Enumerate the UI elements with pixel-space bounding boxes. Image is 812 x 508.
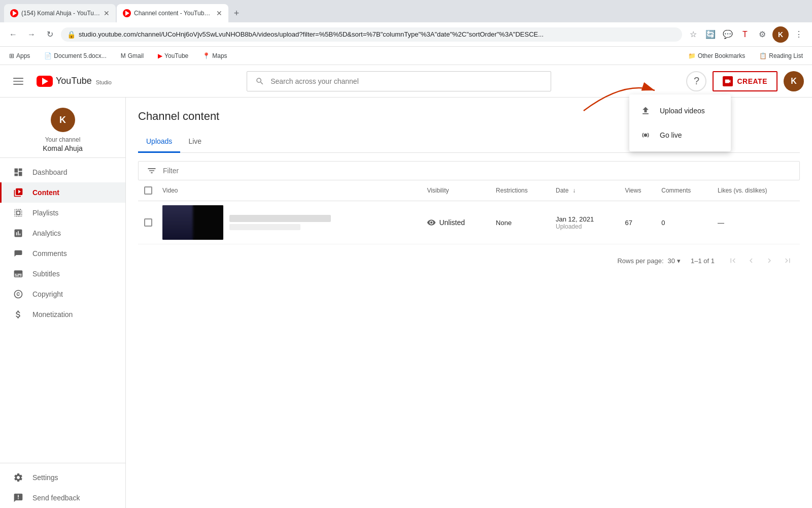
likes-text: —: [718, 219, 724, 227]
extensions-button[interactable]: ⚙: [755, 27, 769, 42]
bookmarks-bar: ⊞ Apps 📄 Document 5.docx... M Gmail ▶ Yo…: [0, 47, 812, 65]
content-table: Video Visibility Restrictions Date: [138, 180, 800, 244]
date-sort-icon: ↓: [572, 187, 576, 194]
bookmark-document[interactable]: 📄 Document 5.docx...: [41, 51, 109, 61]
row-comments-cell: 0: [657, 201, 714, 244]
bookmark-apps[interactable]: ⊞ Apps: [6, 51, 33, 61]
pagination: Rows per page: 30 ▾ 1–1 of 1: [138, 244, 800, 277]
bookmark-gmail[interactable]: M Gmail: [118, 51, 147, 61]
profile-avatar-browser[interactable]: K: [772, 26, 789, 43]
create-button[interactable]: CREATE: [713, 71, 777, 91]
bookmark-youtube[interactable]: ▶ YouTube: [155, 51, 191, 61]
send-feedback-label: Send feedback: [32, 494, 80, 502]
extension-icon-2[interactable]: 💬: [721, 27, 735, 42]
create-dropdown: Upload videos Go live: [629, 94, 731, 151]
rows-per-page-value: 30: [668, 257, 675, 265]
other-bookmarks-label: Other Bookmarks: [698, 52, 745, 59]
extension-icon-1[interactable]: 🔄: [703, 27, 718, 42]
tab2-title: Channel content - YouTube St...: [134, 10, 213, 17]
tab1-favicon: [10, 9, 18, 17]
sidebar-item-send-feedback[interactable]: Send feedback: [0, 488, 125, 508]
rows-per-page-label: Rows per page:: [617, 257, 663, 265]
search-icon: [255, 77, 264, 86]
rows-per-page: Rows per page: 30 ▾: [617, 257, 681, 265]
bookmark-star-button[interactable]: ☆: [686, 27, 700, 42]
select-all-checkbox[interactable]: [144, 186, 152, 195]
sidebar-item-content[interactable]: Content: [0, 182, 125, 203]
th-date[interactable]: Date ↓: [552, 180, 621, 201]
url-text: studio.youtube.com/channel/UCoHnj6oVjv5S…: [79, 30, 544, 38]
video-info: [229, 215, 331, 230]
app-topbar: YouTube Studio ? CREATE K: [0, 65, 812, 98]
user-avatar[interactable]: K: [784, 71, 804, 91]
th-likes: Likes (vs. dislikes): [714, 180, 800, 201]
copyright-label: Copyright: [32, 290, 63, 298]
extension-icon-3[interactable]: T: [738, 27, 752, 42]
tab1-title: (154) Komal Ahuja - YouTube: [21, 10, 100, 17]
browser-tab-1[interactable]: (154) Komal Ahuja - YouTube ✕: [4, 4, 116, 22]
forward-button[interactable]: →: [24, 27, 39, 42]
tab2-close[interactable]: ✕: [216, 9, 222, 17]
tab-live[interactable]: Live: [180, 131, 210, 153]
sidebar-item-comments[interactable]: Comments: [0, 243, 125, 264]
browser-tab-2[interactable]: Channel content - YouTube St... ✕: [117, 4, 228, 22]
row-date-cell: Jan 12, 2021 Uploaded: [552, 201, 621, 244]
bookmark-maps[interactable]: 📍 Maps: [199, 51, 230, 61]
filter-bar[interactable]: [138, 161, 800, 180]
youtube-text: YouTube: [56, 76, 92, 86]
analytics-icon: [12, 228, 24, 238]
sidebar-item-monetization[interactable]: Monetization: [0, 304, 125, 325]
go-live-icon: [639, 129, 652, 141]
restrictions-text: None: [496, 219, 512, 227]
tab1-close[interactable]: ✕: [104, 9, 110, 17]
th-comments: Comments: [657, 180, 714, 201]
maps-icon: 📍: [202, 52, 210, 59]
rows-dropdown-icon: ▾: [677, 257, 681, 265]
next-page-button[interactable]: [761, 252, 777, 269]
folder-icon: 📁: [688, 52, 696, 59]
search-input[interactable]: [270, 77, 543, 85]
first-page-button[interactable]: [725, 252, 741, 269]
sidebar-item-analytics[interactable]: Analytics: [0, 223, 125, 243]
bookmark-gmail-label: Gmail: [128, 52, 144, 59]
lock-icon: 🔒: [67, 30, 76, 39]
menu-button[interactable]: [8, 71, 28, 91]
studio-text: Studio: [96, 79, 112, 85]
svg-rect-1: [13, 81, 23, 82]
back-button[interactable]: ←: [6, 27, 20, 42]
address-bar[interactable]: 🔒 studio.youtube.com/channel/UCoHnj6oVjv…: [61, 27, 682, 42]
last-page-button[interactable]: [780, 252, 796, 269]
sidebar-avatar[interactable]: K: [51, 108, 75, 132]
studio-logo[interactable]: YouTube Studio: [37, 76, 112, 87]
date-sub: Uploaded: [556, 223, 617, 230]
upload-videos-item[interactable]: Upload videos: [629, 99, 731, 123]
comments-icon: [12, 248, 24, 259]
video-thumbnail[interactable]: [162, 205, 223, 240]
search-bar[interactable]: [247, 71, 551, 91]
th-restrictions: Restrictions: [492, 180, 552, 201]
filter-input[interactable]: [163, 167, 791, 175]
go-live-item[interactable]: Go live: [629, 123, 731, 147]
subtitles-label: Subtitles: [32, 270, 60, 278]
help-button[interactable]: ?: [686, 71, 706, 91]
other-bookmarks[interactable]: 📁 Other Bookmarks: [685, 51, 748, 61]
new-tab-button[interactable]: +: [229, 6, 244, 20]
visibility-icon: [427, 218, 436, 227]
reading-list-label: Reading List: [769, 52, 803, 59]
row-checkbox[interactable]: [144, 218, 152, 227]
row-checkbox-cell: [138, 201, 158, 244]
tab-uploads[interactable]: Uploads: [138, 131, 180, 153]
th-views: Views: [621, 180, 658, 201]
sidebar-item-subtitles[interactable]: Subtitles: [0, 264, 125, 284]
settings-label: Settings: [32, 473, 58, 482]
reading-list[interactable]: 📋 Reading List: [756, 51, 806, 61]
prev-page-button[interactable]: [743, 252, 759, 269]
refresh-button[interactable]: ↻: [43, 27, 57, 42]
more-button[interactable]: ⋮: [792, 27, 806, 42]
nav-icons-right: ☆ 🔄 💬 T ⚙ K ⋮: [686, 26, 806, 43]
sidebar-item-settings[interactable]: Settings: [0, 467, 125, 488]
sidebar-item-dashboard[interactable]: Dashboard: [0, 162, 125, 182]
sidebar-item-copyright[interactable]: Copyright: [0, 284, 125, 304]
sidebar-item-playlists[interactable]: Playlists: [0, 203, 125, 223]
rows-per-page-select[interactable]: 30 ▾: [668, 257, 681, 265]
